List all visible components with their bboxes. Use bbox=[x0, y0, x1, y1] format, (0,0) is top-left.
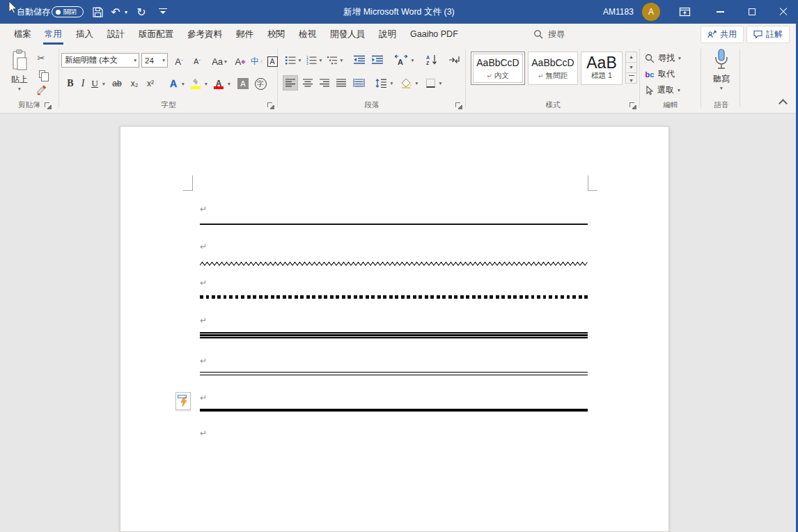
document-page[interactable]: ↵↵↵↵↵↵↵ bbox=[120, 126, 669, 532]
quick-access-customize-button[interactable] bbox=[156, 0, 170, 24]
strikethrough-button[interactable]: ab bbox=[109, 77, 125, 91]
font-dialog-launcher[interactable] bbox=[267, 102, 274, 109]
align-right-button[interactable] bbox=[317, 75, 332, 91]
autosave-toggle[interactable]: 關閉 bbox=[52, 6, 84, 17]
bullets-button[interactable] bbox=[284, 53, 297, 67]
tab-插入[interactable]: 插入 bbox=[69, 24, 100, 45]
asian-layout-dropdown-arrow[interactable]: ▾ bbox=[409, 53, 416, 67]
align-left-button[interactable] bbox=[283, 75, 298, 91]
bold-button[interactable]: B bbox=[64, 77, 77, 91]
bullets-dropdown-arrow[interactable]: ▾ bbox=[297, 53, 303, 67]
minimize-button[interactable] bbox=[705, 0, 735, 24]
distribute-icon bbox=[353, 79, 365, 87]
cut-button[interactable]: ✂ bbox=[35, 52, 47, 64]
shrink-font-button[interactable]: Aˇ bbox=[189, 54, 205, 68]
multilevel-list-button[interactable] bbox=[326, 53, 338, 67]
comments-button[interactable]: 註解 bbox=[746, 26, 790, 43]
show-hide-marks-button[interactable] bbox=[447, 53, 462, 67]
numbering-button[interactable]: 123 bbox=[305, 53, 318, 67]
character-shading-button[interactable]: A bbox=[237, 77, 249, 90]
clipboard-dialog-launcher[interactable] bbox=[45, 102, 52, 109]
ribbon: 貼上 ▾ ✂ 剪貼簿 新細明體 (本文 ▾ 24 ▾ Aˆ Aˇ Aa▾ A◆ … bbox=[0, 45, 798, 114]
align-center-button[interactable] bbox=[300, 75, 315, 91]
tab-開發人員[interactable]: 開發人員 bbox=[323, 24, 372, 45]
font-name-combobox[interactable]: 新細明體 (本文 ▾ bbox=[61, 53, 139, 68]
tab-Gaaiho PDF[interactable]: Gaaiho PDF bbox=[403, 24, 465, 45]
styles-gallery-more-button[interactable]: ▼ bbox=[625, 72, 637, 84]
decrease-indent-button[interactable] bbox=[352, 53, 366, 67]
underline-dropdown-arrow[interactable]: ▾ bbox=[100, 77, 107, 91]
font-size-combobox[interactable]: 24 ▾ bbox=[141, 53, 168, 68]
phonetic-guide-button[interactable]: 中ㄨ bbox=[249, 54, 265, 68]
justify-button[interactable] bbox=[334, 75, 349, 91]
font-color-dropdown-arrow[interactable]: ▾ bbox=[226, 77, 233, 91]
redo-button[interactable]: ↻ bbox=[134, 0, 149, 24]
line-spacing-dropdown-arrow[interactable]: ▾ bbox=[389, 75, 395, 91]
clear-formatting-button[interactable]: A◆ bbox=[233, 54, 248, 68]
text-effects-dropdown-arrow[interactable]: ▾ bbox=[180, 77, 187, 91]
undo-dropdown-arrow[interactable]: ▾ bbox=[123, 0, 130, 24]
shading-dropdown-arrow[interactable]: ▾ bbox=[414, 75, 420, 91]
asian-layout-button[interactable]: A bbox=[393, 53, 409, 67]
style-card-normal[interactable]: AaBbCcD ↵ 內文 bbox=[471, 52, 525, 85]
minimize-icon bbox=[717, 11, 724, 12]
numbering-dropdown-arrow[interactable]: ▾ bbox=[318, 53, 324, 67]
undo-button[interactable]: ↶ bbox=[109, 0, 123, 24]
style-card-no-spacing[interactable]: AaBbCcD ↵ 無間距 bbox=[528, 52, 578, 85]
underline-button[interactable]: U bbox=[89, 77, 100, 91]
find-button[interactable]: 尋找 ▾ bbox=[645, 52, 699, 65]
copy-button[interactable] bbox=[36, 68, 48, 80]
styles-dialog-launcher[interactable] bbox=[629, 102, 636, 109]
tab-檢視[interactable]: 檢視 bbox=[292, 24, 323, 45]
italic-button[interactable]: I bbox=[78, 77, 88, 91]
tab-參考資料[interactable]: 參考資料 bbox=[180, 24, 229, 45]
borders-button[interactable] bbox=[423, 75, 437, 91]
search-box[interactable]: 搜尋 bbox=[533, 24, 565, 45]
maximize-button[interactable] bbox=[737, 0, 767, 24]
tab-郵件[interactable]: 郵件 bbox=[229, 24, 260, 45]
tab-說明[interactable]: 說明 bbox=[372, 24, 403, 45]
superscript-button[interactable]: x² bbox=[143, 77, 157, 91]
shading-button[interactable] bbox=[400, 75, 414, 91]
dictate-button[interactable]: 聽寫 ▾ bbox=[703, 49, 740, 99]
highlight-dropdown-arrow[interactable]: ▾ bbox=[203, 77, 210, 91]
font-color-button[interactable]: A bbox=[212, 77, 225, 91]
styles-scroll-down-button[interactable]: ▼ bbox=[625, 62, 637, 73]
distribute-button[interactable] bbox=[350, 75, 367, 91]
tab-版面配置[interactable]: 版面配置 bbox=[132, 24, 180, 45]
line-spacing-button[interactable] bbox=[373, 75, 389, 91]
borders-dropdown-arrow[interactable]: ▾ bbox=[437, 75, 444, 91]
replace-button[interactable]: bc 取代 bbox=[645, 68, 699, 81]
subscript-button[interactable]: x₂ bbox=[127, 77, 141, 91]
text-effects-button[interactable]: A bbox=[167, 77, 180, 91]
avatar[interactable]: A bbox=[642, 3, 660, 21]
save-button[interactable] bbox=[89, 0, 106, 24]
style-name: 標題 1 bbox=[591, 71, 612, 81]
close-button[interactable] bbox=[769, 0, 798, 24]
select-button[interactable]: 選取 ▾ bbox=[645, 84, 699, 97]
character-border-button[interactable]: A bbox=[266, 55, 279, 68]
change-case-button[interactable]: Aa▾ bbox=[209, 54, 230, 68]
margin-crop-mark-left bbox=[183, 175, 193, 191]
tab-校閱[interactable]: 校閱 bbox=[260, 24, 292, 45]
copy-icon bbox=[39, 70, 45, 78]
style-card-heading1[interactable]: AaB 標題 1 bbox=[581, 52, 623, 85]
tab-設計[interactable]: 設計 bbox=[100, 24, 132, 45]
share-button[interactable]: 共用 bbox=[701, 26, 744, 43]
multilevel-dropdown-arrow[interactable]: ▾ bbox=[338, 53, 345, 67]
highlight-color-button[interactable] bbox=[189, 77, 202, 91]
find-label: 尋找 bbox=[658, 52, 675, 64]
grow-font-button[interactable]: Aˆ bbox=[171, 54, 187, 68]
collapse-ribbon-button[interactable] bbox=[779, 99, 788, 108]
paragraph-dialog-launcher[interactable] bbox=[455, 102, 462, 109]
sort-button[interactable]: AZ bbox=[425, 53, 440, 67]
ribbon-display-options-button[interactable] bbox=[675, 0, 694, 24]
increase-indent-button[interactable] bbox=[370, 53, 384, 67]
tab-常用[interactable]: 常用 bbox=[38, 24, 69, 45]
enclose-characters-button[interactable]: 字 bbox=[253, 77, 267, 90]
shrink-font-label: A bbox=[194, 57, 198, 65]
format-painter-button[interactable] bbox=[35, 84, 47, 96]
autocorrect-options-button[interactable] bbox=[175, 392, 191, 410]
styles-scroll-up-button[interactable]: ▲ bbox=[625, 52, 637, 63]
tab-file[interactable]: 檔案 bbox=[7, 24, 38, 45]
